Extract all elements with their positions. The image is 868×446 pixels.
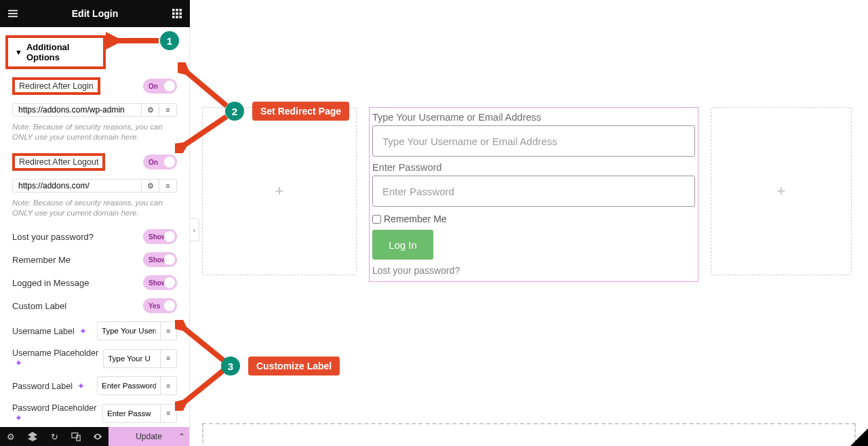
corner-resize-icon bbox=[850, 428, 868, 446]
redirect-after-login-label: Redirect After Login bbox=[12, 77, 100, 95]
custom-label-toggle[interactable]: Yes bbox=[143, 298, 177, 313]
redirect-logout-url-input[interactable] bbox=[13, 180, 141, 192]
ai-icon[interactable]: ✦ bbox=[15, 413, 22, 423]
update-button[interactable]: Update ⌃ bbox=[108, 427, 189, 446]
preview-login-button[interactable]: Log In bbox=[372, 230, 433, 260]
dynamic-icon[interactable]: ≡ bbox=[159, 180, 176, 192]
svg-rect-5 bbox=[180, 9, 182, 12]
preview-password-label: Enter Password bbox=[370, 162, 698, 174]
login-widget[interactable]: Type Your Username or Email Address Type… bbox=[369, 107, 698, 282]
sidebar: ▼ Additional Options Redirect After Logi… bbox=[0, 27, 190, 446]
accordion-label: Additional Options bbox=[26, 42, 96, 62]
logged-in-message-label: Logged in Message bbox=[12, 278, 89, 288]
custom-label-label: Custom Label bbox=[12, 301, 66, 311]
additional-options-accordion[interactable]: ▼ Additional Options bbox=[5, 35, 106, 69]
ai-icon[interactable]: ✦ bbox=[77, 382, 85, 391]
chevron-up-icon[interactable]: ⌃ bbox=[178, 432, 185, 441]
redirect-after-logout-label: Redirect After Logout bbox=[12, 153, 105, 171]
settings-icon[interactable]: ⚙ bbox=[0, 427, 22, 446]
svg-rect-7 bbox=[176, 12, 178, 15]
username-label-caption: Username Label bbox=[12, 327, 75, 336]
preview-username-input[interactable]: Type Your Username or Email Address bbox=[372, 125, 695, 157]
apps-icon[interactable] bbox=[171, 7, 183, 20]
svg-line-23 bbox=[180, 370, 224, 405]
password-placeholder-caption: Password Placeholder bbox=[12, 403, 96, 413]
gear-icon[interactable]: ⚙ bbox=[141, 104, 159, 116]
preview-password-input[interactable]: Enter Password bbox=[372, 176, 695, 207]
dynamic-icon[interactable]: ≡ bbox=[160, 322, 176, 340]
username-placeholder-caption: Username Placeholder bbox=[12, 348, 98, 358]
svg-rect-0 bbox=[8, 10, 18, 12]
responsive-icon[interactable] bbox=[65, 427, 87, 446]
ai-icon[interactable]: ✦ bbox=[15, 359, 22, 368]
svg-rect-1 bbox=[8, 13, 18, 14]
menu-icon[interactable] bbox=[7, 7, 19, 20]
editor-bottombar: ⚙ ↻ Update ⌃ bbox=[0, 427, 189, 446]
dynamic-icon[interactable]: ≡ bbox=[160, 350, 176, 367]
svg-line-17 bbox=[183, 69, 226, 106]
annotation-label-customize: Customize Label bbox=[248, 357, 340, 376]
redirect-login-toggle[interactable]: On bbox=[143, 79, 177, 94]
password-label-input[interactable] bbox=[98, 377, 160, 394]
annotation-label-redirect: Set Redirect Page bbox=[252, 102, 349, 121]
preview-canvas: + Type Your Username or Email Address Ty… bbox=[190, 0, 868, 446]
lost-password-toggle[interactable]: Show bbox=[143, 229, 177, 244]
preview-lost-password-link[interactable]: Lost your password? bbox=[370, 265, 698, 276]
username-placeholder-input[interactable] bbox=[104, 350, 160, 367]
username-label-input[interactable] bbox=[98, 322, 160, 340]
redirect-logout-toggle[interactable]: On bbox=[143, 155, 177, 169]
dynamic-icon[interactable]: ≡ bbox=[160, 405, 176, 422]
redirect-logout-note: Note: Because of security reasons, you c… bbox=[0, 197, 189, 225]
editor-topbar: Edit Login bbox=[0, 0, 190, 27]
add-section-area[interactable] bbox=[202, 423, 856, 443]
redirect-logout-url-group: ⚙ ≡ bbox=[12, 179, 177, 192]
svg-rect-3 bbox=[172, 9, 175, 12]
redirect-login-url-group: ⚙ ≡ bbox=[12, 103, 177, 117]
history-icon[interactable]: ↻ bbox=[43, 427, 65, 446]
annotation-badge-1: 1 bbox=[160, 31, 179, 50]
lost-password-label: Lost your password? bbox=[12, 232, 94, 242]
add-widget-right[interactable]: + bbox=[711, 107, 852, 275]
dynamic-icon[interactable]: ≡ bbox=[159, 104, 176, 116]
page-title: Edit Login bbox=[19, 8, 171, 19]
logged-in-message-toggle[interactable]: Show bbox=[143, 275, 177, 290]
annotation-badge-2: 2 bbox=[225, 102, 244, 121]
svg-rect-4 bbox=[176, 9, 178, 12]
svg-rect-2 bbox=[8, 16, 18, 18]
remember-me-label: Remember Me bbox=[12, 255, 71, 265]
svg-line-19 bbox=[180, 117, 226, 148]
dynamic-icon[interactable]: ≡ bbox=[160, 377, 176, 394]
svg-rect-11 bbox=[180, 16, 182, 19]
redirect-login-url-input[interactable] bbox=[13, 104, 141, 116]
ai-icon[interactable]: ✦ bbox=[79, 327, 87, 336]
svg-rect-6 bbox=[172, 12, 175, 15]
svg-rect-10 bbox=[176, 16, 178, 19]
remember-me-toggle[interactable]: Show bbox=[143, 252, 177, 267]
navigator-icon[interactable] bbox=[22, 427, 43, 446]
preview-remember-label: Remember Me bbox=[384, 214, 447, 224]
svg-rect-9 bbox=[172, 16, 175, 19]
svg-line-21 bbox=[180, 325, 224, 361]
caret-down-icon: ▼ bbox=[15, 48, 22, 56]
preview-username-label: Type Your Username or Email Address bbox=[370, 112, 698, 124]
annotation-badge-3: 3 bbox=[221, 357, 240, 376]
collapse-panel-button[interactable]: ‹ bbox=[190, 218, 199, 241]
svg-rect-8 bbox=[180, 12, 182, 15]
preview-remember-checkbox[interactable] bbox=[372, 215, 381, 224]
password-label-caption: Password Label bbox=[12, 382, 73, 391]
password-placeholder-input[interactable] bbox=[103, 405, 160, 422]
gear-icon[interactable]: ⚙ bbox=[141, 180, 159, 192]
redirect-login-note: Note: Because of security reasons, you c… bbox=[0, 121, 189, 149]
preview-icon[interactable] bbox=[87, 427, 108, 446]
